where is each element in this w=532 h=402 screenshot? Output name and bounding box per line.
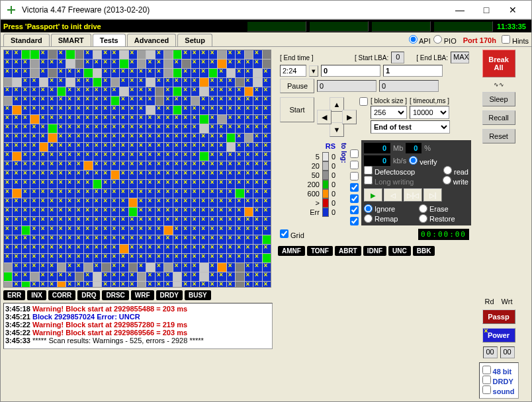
block-cell — [200, 69, 208, 77]
opt-sound[interactable]: sound — [482, 385, 515, 395]
block-cell — [146, 69, 154, 77]
tab-tests[interactable]: Tests — [93, 34, 126, 46]
end-lba-max[interactable]: MAX — [451, 52, 469, 63]
block-cell — [40, 134, 48, 142]
block-cell — [200, 263, 208, 272]
block-cell — [58, 272, 66, 281]
longwrite-check[interactable]: Long writing — [364, 176, 414, 186]
restore-radio[interactable]: Restore — [419, 214, 468, 223]
block-cell — [236, 180, 244, 188]
pause-button[interactable]: Pause — [280, 79, 314, 93]
skip-button[interactable]: ▷|◁ — [404, 188, 422, 202]
options-panel: 48 bit DRDY sound — [479, 362, 519, 399]
block-cell — [164, 217, 172, 225]
block-cell — [164, 282, 172, 288]
maximize-button[interactable]: □ — [473, 2, 500, 18]
end-lba-input[interactable] — [383, 65, 443, 77]
body: ERRINXCORRDRQDRSCWRFDRDYBUSY 3:45:18 War… — [1, 47, 531, 401]
tolog-check-3[interactable] — [350, 183, 359, 192]
recall-button[interactable]: Recall — [482, 110, 515, 125]
block-cell — [4, 254, 12, 262]
grid-timer-row: Grid 00:00:00 — [278, 227, 471, 242]
block-cell — [182, 50, 190, 59]
end-time-stepper[interactable]: ▾ — [309, 65, 318, 77]
step-back-button[interactable]: ◁ — [384, 188, 402, 202]
verify-radio[interactable]: verify — [409, 156, 437, 166]
tolog-check-2[interactable] — [350, 172, 359, 181]
tab-advanced[interactable]: Advanced — [127, 34, 177, 46]
mode-radios: Ignore Erase Remap Restore — [364, 204, 468, 223]
block-cell — [146, 254, 154, 262]
nav-check[interactable] — [359, 97, 368, 106]
step-fwd-button[interactable]: ▷| — [423, 188, 442, 202]
block-cell — [155, 87, 163, 96]
tolog-check-5[interactable] — [350, 206, 359, 214]
flag-bbk: BBK — [413, 246, 435, 256]
block-cell — [84, 254, 92, 262]
power-button[interactable]: Power — [482, 328, 515, 342]
action-select[interactable]: End of test — [371, 120, 450, 134]
remap-radio[interactable]: Remap — [364, 214, 414, 223]
log-panel: 3:45:18 Warning! Block start at 29298554… — [3, 303, 273, 349]
start-lba-label: [ Start LBA: — [355, 54, 388, 61]
tab-setup[interactable]: Setup — [177, 34, 212, 46]
nav-right[interactable]: ▶ — [342, 110, 357, 124]
grid-checkbox[interactable]: Grid — [280, 229, 304, 239]
opt-48-bit[interactable]: 48 bit — [482, 366, 515, 376]
block-cell — [236, 69, 244, 77]
tab-smart[interactable]: SMART — [51, 34, 91, 46]
timeout-select[interactable]: 10000 — [410, 106, 449, 119]
block-cell — [30, 50, 38, 59]
flag-tonf: TONF — [307, 246, 333, 256]
close-button[interactable]: ✕ — [500, 2, 526, 18]
block-cell — [84, 282, 92, 288]
block-cell — [236, 272, 244, 281]
block-cell — [263, 50, 271, 59]
sleep-button[interactable]: Sleep — [482, 92, 515, 106]
pio-radio[interactable]: PIO — [433, 35, 457, 45]
passport-button[interactable]: Passp — [482, 309, 515, 324]
ignore-radio[interactable]: Ignore — [364, 204, 414, 213]
minimize-button[interactable]: — — [447, 2, 473, 18]
block-cell — [93, 272, 101, 281]
block-cell — [263, 282, 271, 288]
break-all-button[interactable]: Break All — [482, 50, 515, 77]
block-size-select[interactable]: 256 — [371, 106, 407, 119]
nav-left[interactable]: ◀ — [317, 110, 332, 124]
tab-standard[interactable]: Standard — [3, 34, 50, 46]
write-radio[interactable]: write — [443, 176, 468, 186]
block-cell — [48, 115, 56, 124]
block-cell — [129, 282, 137, 288]
block-cell — [30, 106, 38, 114]
block-cell — [111, 161, 119, 170]
kbs-value: 0 — [364, 155, 390, 166]
block-cell — [84, 60, 92, 68]
opt-drdy[interactable]: DRDY — [482, 376, 515, 385]
block-cell — [4, 263, 12, 272]
right-column: Break All ∿∿ Sleep Recall Reset Rd Wrt P… — [474, 47, 523, 401]
tolog-check-4[interactable] — [350, 194, 359, 203]
block-cell — [155, 78, 163, 87]
block-cell — [263, 245, 271, 253]
block-cell — [191, 87, 199, 96]
block-cell — [48, 60, 56, 68]
statusbar: Press 'Passport' to init drive 11:33:35 — [1, 19, 531, 32]
play-button[interactable]: ▶ — [364, 188, 382, 202]
reset-button[interactable]: Reset — [482, 129, 515, 143]
read-radio[interactable]: read — [443, 166, 468, 176]
end-time-input[interactable] — [280, 65, 306, 77]
api-radio[interactable]: API — [409, 35, 431, 45]
tolog-check-0[interactable] — [350, 149, 359, 158]
block-cell — [120, 50, 128, 59]
defect-check[interactable]: Defectoscop — [364, 166, 415, 176]
start-button[interactable]: Start — [280, 97, 314, 122]
tolog-check-6[interactable] — [350, 217, 359, 225]
start-lba-input[interactable] — [321, 65, 380, 77]
erase-radio[interactable]: Erase — [419, 204, 468, 213]
block-cell — [120, 282, 128, 288]
nav-down[interactable]: ▼ — [330, 122, 344, 137]
tolog-check-1[interactable] — [350, 161, 359, 169]
end-time-label: [ End time ] — [280, 54, 314, 61]
hints-checkbox[interactable]: Hints — [502, 35, 529, 45]
block-cell — [66, 69, 74, 77]
